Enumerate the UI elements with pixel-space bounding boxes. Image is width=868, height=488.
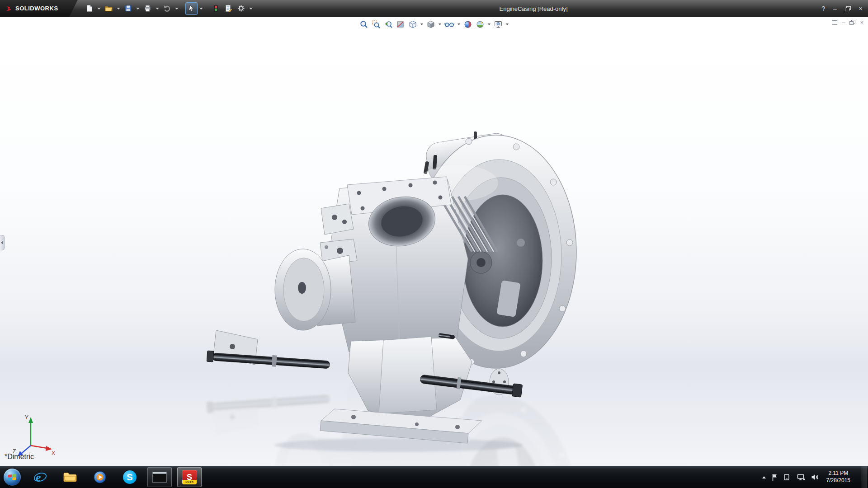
edit-appearance-sphere-icon: [463, 20, 472, 29]
hide-show-items-button[interactable]: [443, 19, 455, 30]
view-orientation-dropdown[interactable]: [420, 23, 423, 25]
previous-view-button[interactable]: [383, 19, 394, 30]
display-network-icon[interactable]: [797, 474, 805, 481]
hide-show-glasses-icon: [444, 20, 454, 29]
undo-dropdown[interactable]: [175, 8, 179, 9]
save-icon: [124, 4, 132, 13]
apply-scene-button[interactable]: [475, 19, 486, 30]
options-gear-icon: [237, 4, 245, 13]
hide-show-items-dropdown[interactable]: [458, 23, 460, 25]
select-cursor-icon: [187, 4, 196, 13]
apply-scene-dropdown[interactable]: [488, 23, 491, 25]
pinned-apps: e: [28, 467, 202, 487]
section-view-icon: [396, 20, 405, 29]
view-settings-button[interactable]: [493, 19, 504, 30]
solidworks-window: SOLIDWORKS: [0, 0, 868, 488]
volume-icon[interactable]: [811, 474, 819, 481]
start-button[interactable]: [0, 466, 24, 488]
zoom-to-fit-button[interactable]: [359, 19, 369, 30]
restore-button[interactable]: [845, 6, 851, 11]
engine-casing-model[interactable]: [204, 129, 584, 466]
titlebar: SOLIDWORKS: [0, 0, 868, 17]
help-button[interactable]: ?: [821, 5, 825, 12]
view-orientation-label: *Dimetric: [5, 453, 34, 461]
command-prompt-titlebar: [153, 472, 166, 474]
display-style-button[interactable]: [425, 19, 436, 30]
previous-view-icon: [384, 20, 393, 29]
triad-y-label: Y: [25, 414, 28, 421]
new-document-dropdown[interactable]: [97, 8, 101, 9]
model-shadow: [274, 438, 523, 452]
zoom-to-area-icon: [372, 20, 381, 29]
command-prompt-button[interactable]: [147, 467, 172, 487]
collapse-arrow-icon: [1, 241, 3, 244]
folder-icon: [63, 471, 77, 483]
file-properties-icon: [224, 4, 233, 13]
graphics-viewport[interactable]: – ×: [0, 17, 868, 466]
document-window-controls: – ×: [832, 19, 863, 25]
doc-close-button[interactable]: ×: [860, 19, 863, 25]
tray-clock[interactable]: 2:11 PM 7/28/2015: [826, 470, 850, 484]
windows-flag-icon: [8, 474, 17, 481]
system-tray: 2:11 PM 7/28/2015: [762, 466, 868, 488]
internet-explorer-icon: e: [33, 470, 47, 484]
model-geometry[interactable]: [207, 131, 576, 443]
undo-icon: [163, 4, 171, 13]
standard-toolbar: [83, 2, 254, 15]
display-style-dropdown[interactable]: [439, 23, 441, 25]
select-dropdown[interactable]: [199, 8, 203, 9]
solidworks-taskbar-button[interactable]: S 2015: [177, 467, 202, 487]
solidworks-logo: SOLIDWORKS: [0, 0, 78, 17]
doc-restore-button[interactable]: [849, 20, 855, 25]
options-button[interactable]: [235, 2, 247, 15]
new-document-icon: [85, 4, 94, 13]
solidworks-version-badge: 2015: [182, 480, 197, 484]
print-button[interactable]: [142, 2, 154, 15]
action-center-flag-icon[interactable]: [772, 474, 778, 481]
internet-explorer-button[interactable]: e: [28, 467, 52, 487]
apply-scene-sphere-icon: [476, 20, 485, 29]
skype-button[interactable]: S: [118, 467, 142, 487]
open-dropdown[interactable]: [117, 8, 120, 9]
zoom-to-area-button[interactable]: [371, 19, 382, 30]
view-orientation-cube-icon: [408, 20, 417, 29]
skype-icon: S: [123, 470, 137, 484]
save-button[interactable]: [122, 2, 134, 15]
doc-new-window-icon[interactable]: [832, 20, 837, 25]
close-button[interactable]: ×: [859, 5, 863, 12]
device-icon[interactable]: [783, 474, 791, 481]
save-dropdown[interactable]: [136, 8, 140, 9]
solidworks-app-icon: S 2015: [182, 470, 197, 484]
feature-panel-flyout-handle[interactable]: [0, 235, 5, 250]
show-hidden-icons-button[interactable]: [762, 476, 766, 479]
minimize-button[interactable]: –: [833, 5, 837, 12]
windows-orb-icon: [4, 469, 21, 486]
orientation-triad: Y X Z: [12, 411, 57, 458]
tray-time: 2:11 PM: [826, 470, 850, 477]
rebuild-icon: [212, 4, 220, 13]
taskbar: e: [0, 466, 868, 488]
window-controls: ? – ×: [821, 0, 863, 17]
windows-explorer-button[interactable]: [58, 467, 82, 487]
show-desktop-button[interactable]: [861, 466, 867, 488]
view-orientation-button[interactable]: [407, 19, 418, 30]
rebuild-button[interactable]: [210, 2, 222, 15]
file-properties-button[interactable]: [222, 2, 235, 15]
options-dropdown[interactable]: [249, 8, 253, 9]
media-player-icon: [93, 470, 107, 484]
open-button[interactable]: [103, 2, 115, 15]
heads-up-view-toolbar: [359, 19, 509, 30]
tray-date: 7/28/2015: [826, 477, 850, 484]
command-prompt-icon: [152, 472, 167, 483]
undo-button[interactable]: [161, 2, 173, 15]
doc-minimize-button[interactable]: –: [842, 19, 845, 25]
open-icon: [104, 4, 113, 13]
section-view-button[interactable]: [395, 19, 406, 30]
select-button[interactable]: [185, 2, 198, 15]
edit-appearance-button[interactable]: [462, 19, 473, 30]
media-player-button[interactable]: [88, 467, 112, 487]
view-settings-dropdown[interactable]: [506, 23, 509, 25]
print-icon: [143, 4, 152, 13]
new-document-button[interactable]: [83, 2, 95, 15]
print-dropdown[interactable]: [156, 8, 159, 9]
